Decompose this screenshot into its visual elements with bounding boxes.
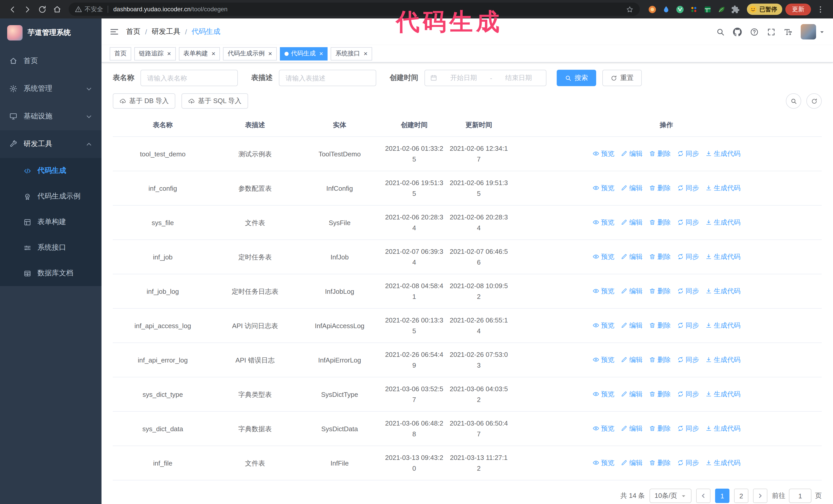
sync-button[interactable]: 同步 [677, 251, 699, 262]
edit-button[interactable]: 编辑 [620, 217, 643, 227]
edit-button[interactable]: 编辑 [620, 251, 643, 262]
font-size-icon[interactable] [784, 27, 792, 36]
help-icon[interactable] [750, 27, 759, 36]
header-search-icon[interactable] [716, 27, 725, 36]
generate-button[interactable]: 生成代码 [705, 320, 740, 331]
table-name-input[interactable] [140, 70, 238, 86]
sidebar-item-codegen[interactable]: 代码生成 [0, 158, 101, 184]
edit-button[interactable]: 编辑 [620, 285, 643, 296]
hamburger-icon[interactable] [110, 27, 119, 37]
back-icon[interactable] [8, 5, 17, 14]
sidebar-item-system-api[interactable]: 系统接口 [0, 235, 101, 261]
bookmark-star-icon[interactable] [626, 5, 633, 13]
tab-tracer[interactable]: 链路追踪× [134, 47, 175, 60]
breadcrumb-item[interactable]: 首页 [126, 27, 140, 37]
tab-form-builder[interactable]: 表单构建× [178, 47, 220, 60]
page-size-select[interactable]: 10条/页 [649, 488, 691, 503]
tab-system-api[interactable]: 系统接口× [331, 47, 372, 60]
edit-button[interactable]: 编辑 [620, 354, 643, 365]
edit-button[interactable]: 编辑 [620, 457, 643, 468]
preview-button[interactable]: 预览 [592, 457, 614, 468]
sidebar-item-system[interactable]: 系统管理 [0, 75, 101, 102]
delete-button[interactable]: 删除 [649, 388, 671, 399]
edit-button[interactable]: 编辑 [620, 423, 643, 433]
tab-codegen[interactable]: 代码生成× [280, 47, 328, 60]
extension-leaf-icon[interactable] [717, 5, 725, 14]
import-db-button[interactable]: 基于 DB 导入 [113, 93, 175, 109]
edit-button[interactable]: 编辑 [620, 148, 643, 159]
user-menu[interactable] [801, 24, 825, 40]
generate-button[interactable]: 生成代码 [705, 182, 740, 193]
reset-button[interactable]: 重置 [602, 70, 642, 86]
tab-close-icon[interactable]: × [167, 50, 171, 57]
delete-button[interactable]: 删除 [649, 285, 671, 296]
sidebar-item-db-doc[interactable]: 数据库文档 [0, 261, 101, 286]
toggle-search-button[interactable] [786, 93, 801, 109]
fullscreen-icon[interactable] [767, 27, 776, 36]
generate-button[interactable]: 生成代码 [705, 285, 740, 296]
sync-button[interactable]: 同步 [677, 320, 699, 331]
extension-puzzle-icon[interactable] [731, 5, 739, 14]
preview-button[interactable]: 预览 [592, 285, 614, 296]
preview-button[interactable]: 预览 [592, 217, 614, 227]
kebab-menu-icon[interactable] [816, 5, 825, 14]
extension-drop-icon[interactable] [662, 5, 670, 14]
generate-button[interactable]: 生成代码 [705, 388, 740, 399]
extension-sheet-icon[interactable] [703, 5, 712, 14]
preview-button[interactable]: 预览 [592, 423, 614, 433]
forward-icon[interactable] [23, 5, 32, 14]
generate-button[interactable]: 生成代码 [705, 217, 740, 227]
preview-button[interactable]: 预览 [592, 182, 614, 193]
preview-button[interactable]: 预览 [592, 251, 614, 262]
delete-button[interactable]: 删除 [649, 354, 671, 365]
delete-button[interactable]: 删除 [649, 457, 671, 468]
update-button[interactable]: 更新 [785, 3, 811, 15]
generate-button[interactable]: 生成代码 [705, 148, 740, 159]
tab-close-icon[interactable]: × [211, 50, 215, 57]
prev-page-button[interactable] [696, 488, 711, 503]
sync-button[interactable]: 同步 [677, 182, 699, 193]
github-icon[interactable] [733, 27, 742, 36]
sync-button[interactable]: 同步 [677, 354, 699, 365]
preview-button[interactable]: 预览 [592, 354, 614, 365]
tab-close-icon[interactable]: × [364, 50, 367, 57]
page-button-2[interactable]: 2 [734, 488, 748, 503]
sidebar-item-infra[interactable]: 基础设施 [0, 102, 101, 130]
edit-button[interactable]: 编辑 [620, 182, 643, 193]
delete-button[interactable]: 删除 [649, 217, 671, 227]
sidebar-item-form-builder[interactable]: 表单构建 [0, 209, 101, 235]
delete-button[interactable]: 删除 [649, 182, 671, 193]
preview-button[interactable]: 预览 [592, 148, 614, 159]
delete-button[interactable]: 删除 [649, 320, 671, 331]
extension-vue-icon[interactable] [675, 5, 684, 14]
create-time-range[interactable]: 开始日期 - 结束日期 [425, 70, 546, 86]
sync-button[interactable]: 同步 [677, 285, 699, 296]
next-page-button[interactable] [753, 488, 767, 503]
refresh-table-button[interactable] [806, 93, 822, 109]
sidebar-item-home[interactable]: 首页 [0, 47, 101, 75]
sync-button[interactable]: 同步 [677, 423, 699, 433]
breadcrumb-item[interactable]: 研发工具 [152, 27, 181, 37]
sidebar-item-devtools[interactable]: 研发工具 [0, 130, 101, 158]
tab-codegen-example[interactable]: 代码生成示例× [223, 47, 277, 60]
url-bar[interactable]: 不安全 dashboard.yudao.iocoder.cn/tool/code… [69, 3, 640, 16]
table-desc-input[interactable] [279, 70, 376, 86]
sync-button[interactable]: 同步 [677, 457, 699, 468]
generate-button[interactable]: 生成代码 [705, 251, 740, 262]
goto-page-input[interactable] [789, 488, 811, 503]
generate-button[interactable]: 生成代码 [705, 423, 740, 433]
delete-button[interactable]: 删除 [649, 423, 671, 433]
extension-people-icon[interactable] [689, 5, 698, 14]
edit-button[interactable]: 编辑 [620, 388, 643, 399]
page-button-1[interactable]: 1 [715, 488, 730, 503]
tab-close-icon[interactable]: × [319, 50, 323, 57]
preview-button[interactable]: 预览 [592, 320, 614, 331]
paused-badge[interactable]: 已暂停 [747, 4, 782, 15]
delete-button[interactable]: 删除 [649, 148, 671, 159]
preview-button[interactable]: 预览 [592, 388, 614, 399]
tab-close-icon[interactable]: × [268, 50, 272, 57]
sidebar-item-codegen-example[interactable]: 代码生成示例 [0, 184, 101, 209]
delete-button[interactable]: 删除 [649, 251, 671, 262]
edit-button[interactable]: 编辑 [620, 320, 643, 331]
extension-orange-icon[interactable] [648, 5, 657, 14]
